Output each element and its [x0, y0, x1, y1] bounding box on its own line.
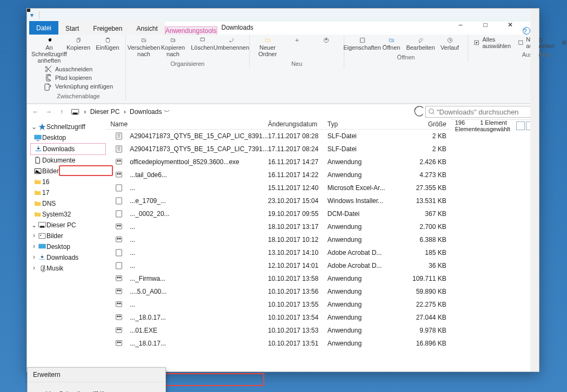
quick-item-dns[interactable]: DNS: [30, 198, 106, 209]
thispc-desktop[interactable]: Desktop: [30, 241, 106, 252]
table-row: ..._18.0.17... 10.10.2017 13:54 Anwendun…: [106, 311, 451, 324]
file-date: 10.10.2017 13:51: [268, 340, 328, 347]
file-name: ..._18.0.17...: [130, 314, 268, 321]
search-box[interactable]: [425, 106, 537, 118]
paste-button[interactable]: Einfügen: [93, 36, 122, 65]
table-row: ...e_1709_... 23.10.2017 15:04 Windows I…: [106, 194, 451, 207]
folder-icon: [34, 199, 42, 208]
file-date: 16.11.2017 14:22: [268, 171, 328, 179]
newfolder-icon: [265, 37, 271, 43]
pc-music-twisty[interactable]: [30, 265, 38, 272]
pin-button[interactable]: An Schnellzugriff anheften: [35, 36, 64, 65]
copy-button[interactable]: Kopieren: [64, 36, 93, 65]
file-icon: [110, 183, 128, 193]
file-size: 27.355 KB: [398, 184, 446, 192]
ctx-grepwin[interactable]: Von Schnellzugriff lösen: [28, 388, 165, 392]
quick-item-system32[interactable]: System32: [30, 209, 106, 220]
thispc-twisty[interactable]: [30, 221, 38, 229]
selall-inline[interactable]: Alles auswählen: [471, 36, 516, 49]
thispc-music[interactable]: Musik: [30, 263, 106, 274]
refresh-button[interactable]: [412, 105, 425, 119]
table-row: ... 18.10.2017 10:12 Anwendung 6.388 KB: [106, 233, 451, 246]
delete-button[interactable]: Löschen: [188, 36, 217, 58]
quick-item-desktop[interactable]: Desktop: [30, 132, 106, 143]
properties-button[interactable]: Eigenschaften: [348, 36, 377, 52]
up-button[interactable]: ↑: [55, 108, 68, 116]
svg-rect-35: [116, 224, 122, 229]
ctx-loesen[interactable]: [28, 383, 165, 388]
thispc-downloads[interactable]: Downloads: [30, 252, 106, 263]
pc-downloads-twisty[interactable]: [30, 254, 38, 261]
file-icon: [110, 144, 128, 154]
col-header-date[interactable]: Änderungsdatum: [268, 120, 328, 128]
scroll-track[interactable]: [530, 9, 539, 371]
file-type: Anwendung: [328, 236, 398, 244]
edit-button[interactable]: Bearbeiten: [406, 36, 435, 52]
main-area: Schnellzugriff Desktop Downloads Dokumen…: [27, 119, 539, 367]
file-date: 19.10.2017 09:55: [268, 210, 328, 218]
moveto-button[interactable]: Verschieben nach: [129, 36, 158, 58]
thispc-pictures[interactable]: Bilder: [30, 231, 106, 241]
quick-item-16[interactable]: 16: [30, 177, 106, 187]
copyto-button[interactable]: Kopieren nach: [158, 36, 188, 58]
explorer-window: ▾ Datei Start Freigeben Ansicht Anwendun…: [26, 8, 539, 372]
cut-inline[interactable]: Ausschneiden: [42, 65, 115, 73]
history-button[interactable]: Verlauf: [435, 36, 464, 52]
tab-start[interactable]: Start: [58, 22, 86, 35]
rename-button[interactable]: Umbenennen: [217, 36, 246, 58]
pc-pictures-twisty[interactable]: [30, 232, 38, 240]
tab-share[interactable]: Freigeben: [86, 22, 129, 35]
view-details-icon[interactable]: [516, 121, 525, 130]
breadcrumbs[interactable]: › Dieser PC › Downloads ﹀: [68, 107, 412, 117]
col-header-size[interactable]: Größe: [398, 120, 446, 128]
quick-item-documents[interactable]: Dokumente: [30, 155, 106, 166]
open-button[interactable]: Öffnen: [377, 36, 406, 52]
ctx-erweitern[interactable]: Erweitern: [28, 369, 165, 381]
col-header-type[interactable]: Typ: [328, 120, 398, 128]
back-button[interactable]: ←: [29, 108, 42, 116]
svg-rect-28: [119, 160, 121, 162]
file-size: 6.388 KB: [398, 236, 446, 244]
svg-rect-10: [518, 40, 522, 44]
file-size: 27.044 KB: [398, 314, 446, 321]
group-label-organize: Organisieren: [171, 60, 205, 67]
svg-rect-34: [116, 211, 122, 217]
quick-twisty[interactable]: [30, 123, 38, 131]
quick-access-header[interactable]: Schnellzugriff: [30, 121, 106, 132]
minimize-button[interactable]: –: [448, 21, 473, 35]
file-size: 59.890 KB: [398, 288, 446, 295]
copypath-inline[interactable]: Pfad kopieren: [42, 73, 115, 82]
pc-desktop-twisty[interactable]: [30, 243, 38, 251]
easyaccess-button[interactable]: [311, 36, 341, 58]
file-size: 36 KB: [398, 262, 446, 269]
desktop-icon: [34, 133, 42, 142]
file-date: 18.10.2017 13:17: [268, 223, 328, 231]
qat-down-arrow[interactable]: ▾: [27, 11, 37, 19]
table-row: ....5.0_A00... 10.10.2017 13:56 Anwendun…: [106, 285, 451, 298]
table-row: A2904171873_QTY5_BE_15_CAP_LIC_7391... 1…: [106, 143, 451, 156]
crumbs-caret[interactable]: ﹀: [164, 107, 170, 117]
nav-pane: Schnellzugriff Desktop Downloads Dokumen…: [27, 119, 106, 367]
shortcut-inline[interactable]: Verknüpfung einfügen: [42, 82, 115, 91]
help-icon[interactable]: ?: [523, 27, 530, 35]
newfolder-button[interactable]: Neuer Ordner: [253, 36, 282, 58]
col-header-name[interactable]: Name: [110, 120, 268, 128]
thispc-header[interactable]: Dieser PC: [30, 220, 106, 231]
svg-rect-36: [117, 225, 119, 227]
table-row: ... 10.10.2017 13:55 Anwendung 22.275 KB: [106, 298, 451, 311]
close-button[interactable]: ✕: [498, 21, 523, 35]
forward-button[interactable]: →: [42, 108, 55, 116]
quick-item-downloads[interactable]: Downloads: [30, 143, 106, 155]
tab-file[interactable]: Datei: [29, 21, 58, 35]
quick-item-pictures[interactable]: Bilder: [30, 166, 106, 177]
search-input[interactable]: [436, 107, 536, 117]
tab-view[interactable]: Ansicht: [129, 22, 164, 35]
table-row: ... 13.10.2017 14:10 Adobe Acrobat D... …: [106, 246, 451, 259]
quick-item-17[interactable]: 17: [30, 187, 106, 198]
svg-rect-44: [117, 277, 119, 279]
tab-bar: Datei Start Freigeben Ansicht Anwendungs…: [27, 22, 539, 35]
invsel-inline[interactable]: Auswahl umkehren: [559, 36, 567, 49]
newitem-button[interactable]: [282, 36, 311, 58]
maximize-button[interactable]: □: [473, 21, 498, 35]
context-tab-manage[interactable]: Anwendungstools: [165, 26, 217, 35]
